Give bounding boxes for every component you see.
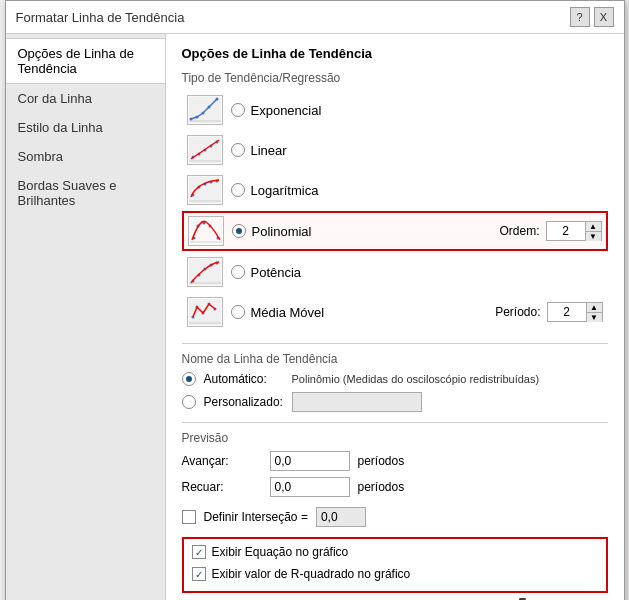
radio-linear[interactable] xyxy=(231,143,245,157)
trend-label-exponencial: Exponencial xyxy=(231,103,603,118)
trend-options: Exponencial xyxy=(182,91,608,331)
periodo-up-button[interactable]: ▲ xyxy=(587,303,602,313)
recuar-input[interactable] xyxy=(270,477,350,497)
trend-icon-exponencial xyxy=(187,95,223,125)
close-dialog-button[interactable]: X xyxy=(594,7,614,27)
trend-row-exponencial[interactable]: Exponencial xyxy=(182,91,608,129)
check-section: Exibir Equação no gráfico Exibir valor d… xyxy=(182,537,608,593)
trend-icon-media-movel xyxy=(187,297,223,327)
intercept-label: Definir Interseção = xyxy=(204,510,308,524)
trend-label-linear: Linear xyxy=(231,143,603,158)
intercept-input[interactable] xyxy=(316,507,366,527)
trend-extra-polinomial: Ordem: ▲ ▼ xyxy=(499,221,601,241)
checkbox-rsq[interactable] xyxy=(192,567,206,581)
radio-automatico[interactable] xyxy=(182,372,196,386)
intercept-section: Definir Interseção = xyxy=(182,507,608,527)
checkbox-eq[interactable] xyxy=(192,545,206,559)
recuar-row: Recuar: períodos xyxy=(182,477,608,497)
personalizado-row: Personalizado: xyxy=(182,392,608,412)
checkbox-rsq-label: Exibir valor de R-quadrado no gráfico xyxy=(212,567,411,581)
trend-text-linear: Linear xyxy=(251,143,287,158)
trend-label-potencia: Potência xyxy=(231,265,603,280)
ordem-up-button[interactable]: ▲ xyxy=(586,222,601,232)
sidebar-item-sombra[interactable]: Sombra xyxy=(6,142,165,171)
svg-point-5 xyxy=(215,98,218,101)
radio-potencia[interactable] xyxy=(231,265,245,279)
ordem-spinbox[interactable]: ▲ ▼ xyxy=(546,221,602,241)
intercept-row: Definir Interseção = xyxy=(182,507,608,527)
help-button[interactable]: ? xyxy=(570,7,590,27)
trend-extra-media-movel: Período: ▲ ▼ xyxy=(495,302,602,322)
main-title: Opções de Linha de Tendência xyxy=(182,46,608,61)
trend-row-linear[interactable]: Linear xyxy=(182,131,608,169)
preview-label: Previsão xyxy=(182,431,608,445)
trend-text-logaritmica: Logarítmica xyxy=(251,183,319,198)
divider-1 xyxy=(182,343,608,344)
avancar-input[interactable] xyxy=(270,451,350,471)
trend-row-potencia[interactable]: Potência xyxy=(182,253,608,291)
automatico-label: Automático: xyxy=(204,372,284,386)
personalizado-input[interactable] xyxy=(292,392,422,412)
svg-point-1 xyxy=(189,118,192,121)
automatico-value: Polinômio (Medidas do osciloscópio redis… xyxy=(292,373,540,385)
ordem-input[interactable] xyxy=(546,221,586,241)
ordem-down-button[interactable]: ▼ xyxy=(586,232,601,241)
trend-label-polinomial: Polinomial xyxy=(232,224,484,239)
trend-text-media-movel: Média Móvel xyxy=(251,305,325,320)
svg-rect-36 xyxy=(189,299,221,325)
name-section-title: Nome da Linha de Tendência xyxy=(182,352,608,366)
radio-exponencial[interactable] xyxy=(231,103,245,117)
radio-logaritmica[interactable] xyxy=(231,183,245,197)
checkbox-row-rsq: Exibir valor de R-quadrado no gráfico xyxy=(188,565,602,583)
trend-icon-linear xyxy=(187,135,223,165)
periodo-down-button[interactable]: ▼ xyxy=(587,313,602,322)
recuar-unit: períodos xyxy=(358,480,405,494)
svg-point-2 xyxy=(195,116,198,119)
ordem-arrows: ▲ ▼ xyxy=(586,221,602,241)
sidebar-item-cor[interactable]: Cor da Linha xyxy=(6,84,165,113)
ordem-label: Ordem: xyxy=(499,224,539,238)
dialog: Formatar Linha de Tendência ? X Opções d… xyxy=(5,0,625,600)
avancar-label: Avançar: xyxy=(182,454,262,468)
preview-section: Previsão Avançar: períodos Recuar: perío… xyxy=(182,431,608,497)
trend-text-potencia: Potência xyxy=(251,265,302,280)
checkbox-eq-label: Exibir Equação no gráfico xyxy=(212,545,349,559)
trend-row-polinomial[interactable]: Polinomial Ordem: ▲ ▼ xyxy=(182,211,608,251)
trend-label-logaritmica: Logarítmica xyxy=(231,183,603,198)
divider-2 xyxy=(182,422,608,423)
title-bar-buttons: ? X xyxy=(570,7,614,27)
name-section: Nome da Linha de Tendência Automático: P… xyxy=(182,352,608,412)
radio-media-movel[interactable] xyxy=(231,305,245,319)
radio-personalizado[interactable] xyxy=(182,395,196,409)
personalizado-label: Personalizado: xyxy=(204,395,284,409)
main-content: Opções de Linha de Tendência Tipo de Ten… xyxy=(166,34,624,600)
trend-row-logaritmica[interactable]: Logarítmica xyxy=(182,171,608,209)
periodo-arrows: ▲ ▼ xyxy=(587,302,603,322)
avancar-unit: períodos xyxy=(358,454,405,468)
svg-point-3 xyxy=(201,112,204,115)
sidebar-item-estilo[interactable]: Estilo da Linha xyxy=(6,113,165,142)
sidebar-item-bordas[interactable]: Bordas Suaves e Brilhantes xyxy=(6,171,165,215)
recuar-label: Recuar: xyxy=(182,480,262,494)
trend-type-label: Tipo de Tendência/Regressão xyxy=(182,71,608,85)
trend-text-polinomial: Polinomial xyxy=(252,224,312,239)
title-bar: Formatar Linha de Tendência ? X xyxy=(6,1,624,34)
dialog-title: Formatar Linha de Tendência xyxy=(16,10,185,25)
automatico-row: Automático: Polinômio (Medidas do oscilo… xyxy=(182,372,608,386)
periodo-spinbox[interactable]: ▲ ▼ xyxy=(547,302,603,322)
trend-icon-potencia xyxy=(187,257,223,287)
periodo-label: Período: xyxy=(495,305,540,319)
checkbox-row-eq: Exibir Equação no gráfico xyxy=(188,543,602,561)
svg-point-4 xyxy=(207,106,210,109)
radio-polinomial[interactable] xyxy=(232,224,246,238)
periodo-input[interactable] xyxy=(547,302,587,322)
dialog-body: Opções de Linha de Tendência Cor da Linh… xyxy=(6,34,624,600)
sidebar: Opções de Linha de Tendência Cor da Linh… xyxy=(6,34,166,600)
trend-row-media-movel[interactable]: Média Móvel Período: ▲ ▼ xyxy=(182,293,608,331)
trend-label-media-movel: Média Móvel xyxy=(231,305,480,320)
checkbox-intercept[interactable] xyxy=(182,510,196,524)
trend-text-exponencial: Exponencial xyxy=(251,103,322,118)
trend-icon-polinomial xyxy=(188,216,224,246)
sidebar-item-opcoes[interactable]: Opções de Linha de Tendência xyxy=(6,38,165,84)
avancar-row: Avançar: períodos xyxy=(182,451,608,471)
